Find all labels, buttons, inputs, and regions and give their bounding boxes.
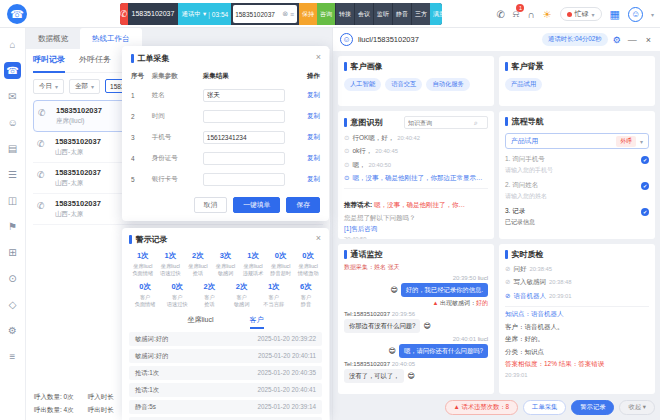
type-filter-select[interactable]: 全部 — [69, 79, 100, 94]
consult-button[interactable]: 咨询 — [317, 3, 335, 25]
apps-grid-icon[interactable] — [610, 8, 620, 21]
one-click-fill-button[interactable]: 一键填单 — [233, 197, 280, 213]
search-icon[interactable] — [474, 119, 478, 127]
chat-bubble[interactable]: 嗯，请问你还有什么问题吗? — [399, 344, 488, 358]
copy-action-link[interactable]: 复制 — [292, 154, 320, 163]
warning-record-row[interactable]: 抢话:1次2025-01-20 20:40:41 — [129, 383, 322, 397]
lightbulb-icon[interactable] — [543, 9, 552, 20]
copy-action-link[interactable]: 复制 — [292, 91, 320, 100]
open-warning-panel-button[interactable]: 警示记录 — [571, 400, 614, 415]
warning-record-row[interactable]: 抢话:1次2025-01-20 20:40:35 — [129, 366, 322, 380]
dial-menu-icon[interactable] — [289, 11, 295, 18]
profile-tag[interactable]: 自动化服务 — [426, 78, 469, 91]
background-tag[interactable]: 产品试用 — [505, 78, 542, 91]
intent-item[interactable]: 行OK嗯，好， 20:40:42 — [344, 134, 488, 143]
tab-data-overview[interactable]: 数据概览 — [26, 28, 80, 49]
sidebar-item-report-icon[interactable]: ⊞ — [4, 244, 21, 261]
sidebar-item-orders-icon[interactable]: ▤ — [4, 140, 21, 157]
sidebar-item-more-icon[interactable]: ≡ — [4, 348, 21, 365]
transfer-button[interactable]: 转接 — [335, 3, 354, 25]
warning-record-row[interactable]: 敏感词:好的2025-01-20 20:40:11 — [129, 349, 322, 363]
chat-bubble[interactable]: 你那边有没有什么问题? — [344, 319, 420, 333]
chat-bubble[interactable]: 好的，我已经记录你的信息. — [401, 283, 488, 297]
sidebar-item-settings-icon[interactable]: ⚙ — [4, 322, 21, 339]
chat-message-customer: Tel:15835102037 20:39:56 你那边有没有什么问题? 😊 — [344, 311, 488, 333]
mute-button[interactable]: 静音 — [392, 3, 411, 25]
close-icon[interactable] — [644, 35, 653, 45]
cancel-button[interactable]: 取消 — [194, 197, 228, 213]
intent-text: ok行， — [352, 147, 372, 156]
violation-count-label: 话术违禁次数：8 — [462, 403, 510, 410]
flow-step[interactable]: 2. 询问姓名 请输入您的姓名 — [505, 181, 649, 201]
call-state-selector[interactable]: 通话中 | 03:54 — [178, 3, 231, 25]
flow-step[interactable]: 3. 记录 已记录信息 — [505, 207, 649, 227]
warning-record-row[interactable]: 敏感词:好的2025-01-20 20:39:22 — [129, 332, 322, 346]
collect-result-input[interactable] — [203, 89, 285, 102]
sidebar-item-flag-icon[interactable]: ⚑ — [4, 218, 21, 235]
dial-input[interactable] — [235, 11, 281, 18]
sidebar-item-customer-icon[interactable]: ☺ — [4, 114, 21, 131]
chevron-down-icon[interactable] — [651, 11, 654, 18]
intent-item[interactable]: 嗯， 20:40:50 — [344, 161, 488, 170]
conference-button[interactable]: 会议 — [354, 3, 373, 25]
warning-record-row[interactable]: 静音:5s2025-01-20 20:39:14 — [129, 400, 322, 414]
profile-tag[interactable]: 人工智能 — [344, 78, 381, 91]
close-icon[interactable] — [316, 233, 321, 243]
sidebar-item-list-icon[interactable]: ☰ — [4, 166, 21, 183]
tab-call-records[interactable]: 呼叫记录 — [33, 54, 65, 73]
qc-check-time: 20:38:48 — [549, 279, 572, 285]
qc-check-item[interactable]: 问好 20:38:45 — [505, 265, 649, 274]
tab-outbound-tasks[interactable]: 外呼任务 — [79, 54, 111, 68]
qc-check-item-active[interactable]: 语音机器人 20:39:01 — [505, 292, 649, 301]
intent-item[interactable]: ok行， 20:40:45 — [344, 147, 488, 156]
flow-step[interactable]: 1. 询问手机号 请输入您的手机号 — [505, 155, 649, 175]
open-collect-modal-button[interactable]: 工单采集 — [523, 400, 566, 415]
copy-action-link[interactable]: 复制 — [292, 175, 320, 184]
satisfaction-button[interactable]: 满意度 — [430, 3, 442, 25]
hangup-button[interactable] — [120, 3, 128, 25]
warning-stat: 1次客户不当言辞 — [258, 282, 290, 308]
collect-result-input[interactable] — [203, 131, 285, 144]
collect-result-input[interactable] — [203, 173, 285, 186]
warning-stat: 6次客户静音 — [290, 282, 322, 308]
agent-status-selector[interactable]: 忙碌 — [560, 7, 602, 21]
threeway-button[interactable]: 三方 — [411, 3, 430, 25]
hold-button[interactable]: 保持 — [299, 3, 317, 25]
date-filter-select[interactable]: 今日 — [33, 79, 64, 94]
collapse-button[interactable]: 收起 — [619, 400, 655, 415]
sidebar-item-message-icon[interactable]: ✉ — [4, 88, 21, 105]
tab-agent[interactable]: 坐席liucl — [187, 315, 213, 329]
sidebar-item-quality-icon[interactable]: ◇ — [4, 296, 21, 313]
close-icon[interactable] — [316, 52, 321, 62]
phone-icon[interactable] — [496, 9, 504, 20]
sidebar-item-knowledge-icon[interactable]: ◫ — [4, 192, 21, 209]
intent-item-active[interactable]: 嗯，没事，确是他刚挂了，你那边正常显示吧，它… — [344, 174, 488, 183]
qc-check-item[interactable]: 写入敏感词 20:38:48 — [505, 278, 649, 287]
knowledge-search-input[interactable] — [408, 120, 474, 126]
collect-result-input[interactable] — [203, 110, 285, 123]
flow-select[interactable]: 产品试用 外呼 — [505, 133, 649, 149]
sensitive-word-warning: 出现敏感词：好的 — [344, 299, 488, 308]
avatar[interactable] — [628, 7, 643, 22]
sidebar-item-monitor-icon[interactable]: ⊙ — [4, 270, 21, 287]
sidebar-item-home-icon[interactable]: ⌂ — [4, 36, 21, 53]
listen-button[interactable]: 监听 — [373, 3, 392, 25]
collect-result-input[interactable] — [203, 152, 285, 165]
clear-input-icon[interactable] — [281, 10, 289, 18]
profile-tag[interactable]: 语音交互 — [385, 78, 422, 91]
tab-customer[interactable]: 客户 — [250, 315, 264, 329]
bell-icon[interactable]: 1 — [513, 8, 520, 20]
app-logo[interactable] — [7, 4, 27, 24]
copy-action-link[interactable]: 复制 — [292, 133, 320, 142]
row-no: 3 — [131, 134, 152, 141]
headset-icon[interactable] — [527, 9, 534, 20]
violation-count-button[interactable]: 话术违禁次数：8 — [445, 400, 519, 415]
knowledge-link[interactable]: [1]售后咨询 — [344, 225, 488, 234]
save-button[interactable]: 保存 — [286, 197, 320, 213]
minimize-icon[interactable] — [626, 35, 639, 45]
gear-icon[interactable] — [613, 35, 621, 45]
chat-bubble[interactable]: 没有了，可以了， — [344, 369, 404, 383]
sidebar-item-hotline-icon[interactable]: ☎ — [4, 62, 21, 79]
copy-action-link[interactable]: 复制 — [292, 112, 320, 121]
chat-message-agent: 20:40:01 liucl 😊 嗯，请问你还有什么问题吗? — [344, 336, 488, 358]
